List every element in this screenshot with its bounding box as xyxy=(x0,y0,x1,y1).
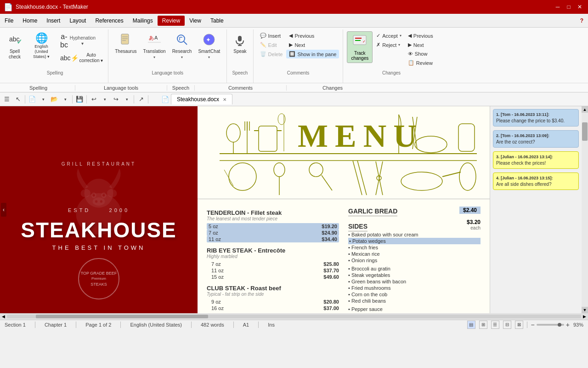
svg-text:A: A xyxy=(154,35,158,40)
review-button[interactable]: 📋 Review xyxy=(405,58,436,67)
speak-button[interactable]: Speak xyxy=(231,31,249,56)
comment-4-text: Are all side dishes offered? xyxy=(496,182,576,187)
new-drop-btn[interactable]: ▾ xyxy=(38,94,48,104)
scroll-up-arrow[interactable]: ▲ xyxy=(582,106,588,113)
language-icon: 🌐 xyxy=(35,33,48,43)
show-changes-button[interactable]: 👁 Show xyxy=(405,50,436,58)
reading-view-btn[interactable]: ⊟ xyxy=(503,321,511,329)
h-scroll-thumb[interactable] xyxy=(36,315,208,318)
next-change-icon: ▶ xyxy=(408,42,412,48)
auto-correction-button[interactable]: abc⚡ Autocorrection ▾ xyxy=(59,51,104,65)
h-scroll-track[interactable] xyxy=(7,315,581,318)
format-btn[interactable]: ☰ xyxy=(2,94,12,104)
new-btn[interactable]: 📄 xyxy=(27,94,37,104)
close-tab-icon[interactable]: ✕ xyxy=(223,97,226,102)
menu-insert[interactable]: Insert xyxy=(42,16,65,26)
zoom-thumb[interactable] xyxy=(558,323,561,327)
reject-button[interactable]: ✗ Reject ▾ xyxy=(373,40,404,49)
spelling-label: Spelling xyxy=(2,69,108,76)
svg-line-58 xyxy=(353,161,362,195)
research-button[interactable]: Research ▾ xyxy=(170,31,195,61)
zoom-track[interactable] xyxy=(537,324,564,326)
next-comment-icon: ▶ xyxy=(289,42,293,48)
menu-view[interactable]: View xyxy=(185,16,206,26)
vertical-scrollbar[interactable]: ▲ ▼ xyxy=(582,106,588,313)
zoom-slider[interactable]: − + xyxy=(531,321,570,328)
document-tab[interactable]: Steakhouse.docx ✕ xyxy=(171,94,232,104)
side-broccoli: • Broccoli au gratin xyxy=(348,265,481,272)
redo-drop-btn[interactable]: ▾ xyxy=(122,94,132,104)
undo-btn[interactable]: ↩ xyxy=(89,94,99,104)
translation-button[interactable]: あ A Translation ▾ xyxy=(141,31,169,61)
outline-view-btn[interactable]: ☰ xyxy=(491,321,499,329)
undo-drop-btn[interactable]: ▾ xyxy=(100,94,110,104)
track-changes-button[interactable]: ✓ Track changes xyxy=(347,31,373,63)
save-btn[interactable]: 💾 xyxy=(74,94,85,104)
previous-change-button[interactable]: ◀ Previous xyxy=(405,31,436,40)
prev-comment-icon: ◀ xyxy=(289,33,293,39)
language-tools-label: Language tools xyxy=(108,69,226,76)
edit-comment-button[interactable]: ✏️ Edit xyxy=(257,40,286,49)
chapter-status: Chapter 1 xyxy=(45,322,67,328)
master-view-btn[interactable]: ⊠ xyxy=(515,321,523,329)
comments-section-label: Comments xyxy=(195,85,287,91)
menu-review[interactable]: Review xyxy=(158,16,185,26)
svg-text:✦: ✦ xyxy=(206,36,211,43)
garlic-bread-row: GARLIC BREAD $2.40 xyxy=(348,204,481,216)
spell-check-button[interactable]: abc ✓ Spell check xyxy=(6,31,24,62)
toolbar-area: ☰ ↖ 📄 ▾ 📂 ▾ 💾 ↩ ▾ ↪ ▾ ↗ 📄 Steakhouse.doc… xyxy=(0,92,588,106)
menu-table[interactable]: Table xyxy=(206,16,228,26)
open-btn[interactable]: 📂 xyxy=(49,94,59,104)
smartchat-button[interactable]: ✦ SmartChat ▾ xyxy=(195,31,223,61)
show-in-pane-button[interactable]: 🔲 Show in the pane xyxy=(286,50,339,58)
english-language-button[interactable]: 🌐 English (UnitedStates) ▾ xyxy=(25,31,58,61)
cursor-btn[interactable]: ↗ xyxy=(136,94,146,104)
next-comment-button[interactable]: ▶ Next xyxy=(286,40,339,49)
delete-comment-button[interactable]: 🗑️ Delete xyxy=(257,50,286,58)
svg-text:MENU: MENU xyxy=(298,118,424,154)
page-view-btn[interactable]: ▤ xyxy=(467,321,475,329)
scroll-right-arrow[interactable]: ▶ xyxy=(583,314,586,319)
accept-button[interactable]: ✓ Accept ▾ xyxy=(373,31,404,40)
select-btn[interactable]: ↖ xyxy=(13,94,23,104)
speech-label: Speech xyxy=(227,69,253,76)
menu-file[interactable]: File xyxy=(0,16,18,26)
insert-comment-button[interactable]: 💬 Insert xyxy=(257,31,286,40)
page-status: Page 1 of 2 xyxy=(85,322,111,328)
left-fold-arrow[interactable]: ‹ xyxy=(1,203,6,217)
help-icon[interactable]: ? xyxy=(576,16,588,26)
thesaurus-icon xyxy=(119,33,132,48)
menu-mailings[interactable]: Mailings xyxy=(128,16,158,26)
comment-3-header: 3. [Julian - 16.06.2023 13:14]: xyxy=(496,155,576,159)
scroll-thumb[interactable] xyxy=(582,122,588,141)
scroll-down-arrow[interactable]: ▼ xyxy=(582,307,588,313)
main-area: GRILL RESTAURANT ESTD 2000 STEAKHOUSE TH… xyxy=(0,106,588,313)
zoom-minus-btn[interactable]: − xyxy=(531,321,535,328)
zoom-plus-btn[interactable]: + xyxy=(566,321,570,328)
svg-text:✓: ✓ xyxy=(17,38,21,46)
menu-content-page: MENU xyxy=(198,106,490,313)
comment-3: 3. [Julian - 16.06.2023 13:14]: Please c… xyxy=(493,151,579,169)
tenderloin-11oz: 11 oz $34.40 xyxy=(207,236,339,242)
scroll-left-arrow[interactable]: ◀ xyxy=(2,314,5,319)
close-button[interactable]: ✕ xyxy=(575,2,584,12)
redo-btn[interactable]: ↪ xyxy=(111,94,121,104)
toolbar-sep-5 xyxy=(148,95,148,104)
svg-point-28 xyxy=(93,194,95,196)
menu-references[interactable]: References xyxy=(90,16,128,26)
hyphenation-button[interactable]: a-bc Hyphenation ▾ xyxy=(59,31,104,51)
open-drop-btn[interactable]: ▾ xyxy=(60,94,70,104)
words-status: 482 words xyxy=(201,322,224,328)
previous-comment-button[interactable]: ◀ Previous xyxy=(286,31,339,40)
web-view-btn[interactable]: ⊞ xyxy=(479,321,487,329)
thesaurus-button[interactable]: Thesaurus xyxy=(112,31,139,56)
scroll-track[interactable] xyxy=(582,113,588,307)
app-icon: 📄 xyxy=(4,3,13,12)
maximize-button[interactable]: □ xyxy=(564,2,573,12)
menu-layout[interactable]: Layout xyxy=(65,16,90,26)
menu-home[interactable]: Home xyxy=(18,16,42,26)
next-change-button[interactable]: ▶ Next xyxy=(405,40,436,49)
menu-left-column: TENDERLOIN - Fillet steak The leanest an… xyxy=(207,204,339,313)
minimize-button[interactable]: ─ xyxy=(553,2,562,12)
horizontal-scrollbar-area: ◀ ▶ xyxy=(0,313,588,320)
